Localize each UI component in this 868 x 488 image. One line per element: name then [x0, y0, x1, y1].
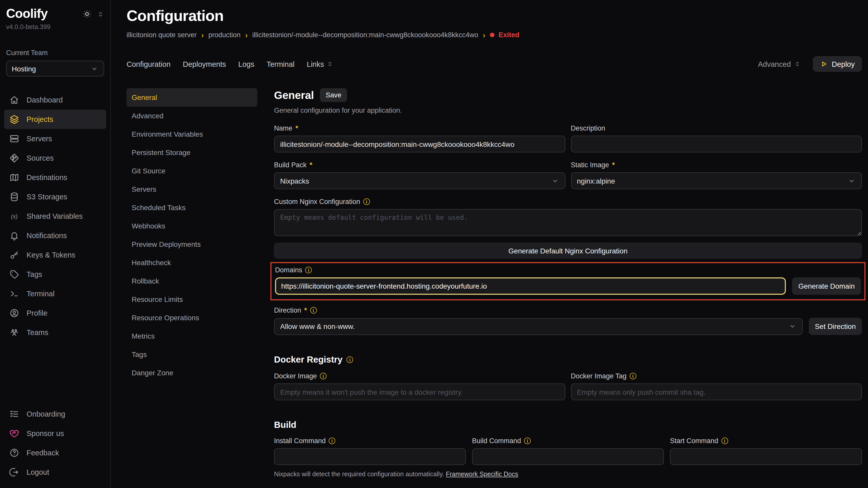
- sidebar-item[interactable]: Destinations: [4, 168, 106, 187]
- nixpacks-note: Nixpacks will detect the required config…: [274, 471, 862, 478]
- start-command-input[interactable]: [670, 448, 862, 465]
- tab[interactable]: Terminal: [267, 60, 295, 68]
- breadcrumb-item[interactable]: illicitonion quote server: [127, 31, 197, 39]
- subnav-item[interactable]: Servers: [127, 180, 257, 198]
- subnav-item[interactable]: Webhooks: [127, 217, 257, 235]
- sidebar-footer-item[interactable]: Onboarding: [4, 404, 106, 424]
- sidebar-item[interactable]: (x) Shared Variables: [4, 206, 106, 226]
- nginx-config-label: Custom Nginx Configuration: [274, 198, 862, 205]
- user-circle-icon: [9, 308, 20, 318]
- subnav-item[interactable]: Environment Variables: [127, 125, 257, 143]
- logout-icon: [9, 467, 20, 477]
- tab[interactable]: Deployments: [183, 60, 226, 68]
- sidebar-item[interactable]: Tags: [4, 265, 106, 284]
- subnav-item[interactable]: Preview Deployments: [127, 235, 257, 254]
- save-button[interactable]: Save: [320, 88, 347, 102]
- sidebar-footer-item[interactable]: Sponsor us: [4, 424, 106, 443]
- info-icon[interactable]: [305, 267, 312, 273]
- subnav-item[interactable]: Persistent Storage: [127, 143, 257, 162]
- deploy-button[interactable]: Deploy: [813, 56, 862, 72]
- build-command-input[interactable]: [472, 448, 664, 465]
- subnav-item[interactable]: Danger Zone: [127, 364, 257, 382]
- main-content: Configuration illicitonion quote server …: [111, 0, 868, 488]
- sidebar-item[interactable]: Profile: [4, 303, 106, 323]
- generate-domain-button[interactable]: Generate Domain: [792, 278, 861, 295]
- users-icon: [9, 327, 20, 337]
- generate-nginx-button[interactable]: Generate Default Nginx Configuration: [274, 243, 862, 259]
- tabs: Configuration Deployments Logs T: [127, 60, 333, 68]
- subnav-item[interactable]: Tags: [127, 345, 257, 364]
- breadcrumb-item[interactable]: illicitestonion/-module--decomposition:m…: [252, 31, 478, 39]
- chevron-down-icon: [847, 177, 856, 185]
- home-icon: [9, 95, 20, 105]
- chevron-right-separator: ›: [201, 31, 204, 39]
- direction-select[interactable]: Allow www & non-www.: [274, 318, 803, 335]
- chevrons-updown-icon: [327, 61, 333, 67]
- description-input[interactable]: [571, 136, 862, 153]
- heart-hands-icon: [9, 428, 20, 438]
- framework-docs-link[interactable]: Framework Specific Docs: [446, 471, 518, 478]
- info-icon[interactable]: [721, 437, 728, 444]
- key-icon: [9, 250, 20, 260]
- build-pack-select[interactable]: Nixpacks: [274, 172, 565, 189]
- subnav-item[interactable]: Healthcheck: [127, 254, 257, 272]
- info-icon[interactable]: [346, 356, 353, 363]
- subnav-item[interactable]: General: [127, 88, 257, 106]
- name-input[interactable]: [274, 136, 565, 153]
- info-icon[interactable]: [310, 307, 317, 314]
- database-icon: [9, 192, 20, 202]
- docker-image-input[interactable]: [274, 384, 565, 400]
- team-select[interactable]: Hosting: [6, 61, 104, 76]
- play-icon: [820, 60, 828, 68]
- description-label: Description: [571, 124, 862, 132]
- status-label: Exited: [499, 31, 519, 39]
- sidebar-item[interactable]: Projects: [4, 110, 106, 129]
- required-asterisk: [310, 161, 313, 169]
- docker-registry-heading: Docker Registry: [274, 354, 862, 365]
- set-direction-button[interactable]: Set Direction: [809, 318, 862, 335]
- nginx-config-textarea[interactable]: [274, 209, 862, 236]
- direction-label: Direction: [274, 306, 862, 314]
- sidebar-item[interactable]: S3 Storages: [4, 187, 106, 206]
- help-circle-icon: [9, 448, 20, 458]
- chevron-right-separator: ›: [245, 31, 248, 39]
- subnav-item[interactable]: Git Source: [127, 162, 257, 180]
- sun-icon[interactable]: [82, 9, 92, 19]
- static-image-select[interactable]: nginx:alpine: [571, 172, 862, 189]
- subnav-item[interactable]: Resource Operations: [127, 308, 257, 327]
- sidebar-item[interactable]: Sources: [4, 149, 106, 168]
- sidebar-item[interactable]: Dashboard: [4, 90, 106, 110]
- docker-image-tag-input[interactable]: [571, 384, 862, 400]
- breadcrumb-item[interactable]: production: [209, 31, 241, 39]
- sidebar-item[interactable]: Terminal: [4, 284, 106, 303]
- info-icon[interactable]: [630, 373, 636, 379]
- sidebar-item[interactable]: Notifications: [4, 226, 106, 245]
- breadcrumb: illicitonion quote server › production ›…: [127, 31, 862, 39]
- tab[interactable]: Links: [307, 60, 333, 68]
- terminal-icon: [9, 289, 20, 299]
- info-icon[interactable]: [363, 198, 370, 205]
- tab[interactable]: Logs: [238, 60, 254, 68]
- info-icon[interactable]: [329, 437, 336, 444]
- sidebar-item[interactable]: Keys & Tokens: [4, 245, 106, 265]
- subnav-item[interactable]: Metrics: [127, 327, 257, 345]
- current-team-label: Current Team: [6, 49, 104, 57]
- chevrons-updown-icon[interactable]: [97, 10, 104, 18]
- theme-controls: [82, 9, 104, 19]
- subnav-item[interactable]: Advanced: [127, 106, 257, 125]
- subnav-item[interactable]: Rollback: [127, 272, 257, 290]
- advanced-menu[interactable]: Advanced: [758, 60, 801, 68]
- domains-label: Domains: [275, 266, 861, 274]
- subnav-item[interactable]: Scheduled Tasks: [127, 198, 257, 217]
- install-command-input[interactable]: [274, 448, 466, 465]
- info-icon[interactable]: [320, 373, 327, 379]
- sidebar-item[interactable]: Servers: [4, 129, 106, 149]
- domains-input[interactable]: [275, 278, 786, 295]
- sidebar-item[interactable]: Teams: [4, 323, 106, 342]
- sidebar-footer-item[interactable]: Logout: [4, 462, 106, 482]
- info-icon[interactable]: [524, 437, 531, 444]
- tab[interactable]: Configuration: [127, 60, 171, 68]
- sidebar-footer-item[interactable]: Feedback: [4, 443, 106, 462]
- map-icon: [9, 172, 20, 183]
- subnav-item[interactable]: Resource Limits: [127, 290, 257, 308]
